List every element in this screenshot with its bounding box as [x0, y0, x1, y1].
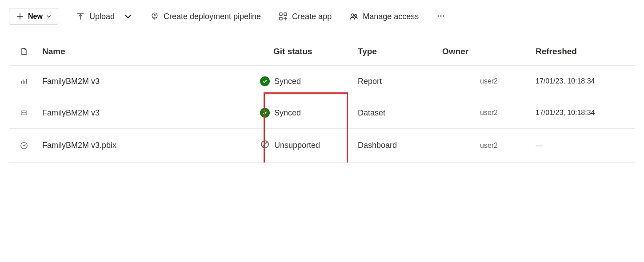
column-header-git-status[interactable]: Git status [260, 47, 344, 56]
create-pipeline-button[interactable]: Create deployment pipeline [150, 12, 261, 21]
svg-rect-5 [280, 13, 282, 16]
row-refreshed: 17/01/23, 10:18:34 [536, 109, 629, 117]
row-type-icon [9, 77, 42, 85]
row-owner: user2 [442, 142, 536, 150]
plus-icon [16, 12, 24, 21]
create-app-button[interactable]: Create app [279, 12, 332, 21]
row-git-status: Synced [260, 108, 344, 118]
table-row[interactable]: FamilyBM2M v3 Synced Report user2 17/01/… [9, 66, 635, 97]
blocked-icon [260, 139, 270, 151]
table-header: Name Git status Type Owner Refreshed [9, 33, 635, 66]
column-header-type[interactable]: Type [344, 47, 442, 56]
row-name: FamilyBM2M v3.pbix [42, 141, 260, 150]
more-options-button[interactable] [436, 12, 445, 22]
report-icon [20, 77, 28, 85]
row-refreshed: 17/01/23, 10:18:34 [536, 77, 629, 85]
file-icon [20, 48, 28, 56]
table-row[interactable]: FamilyBM2M v3.pbix Unsupported Dashboard… [9, 129, 635, 163]
row-refreshed: — [536, 142, 629, 150]
chevron-down-icon [124, 12, 132, 21]
row-type: Report [344, 77, 442, 86]
row-git-status: Unsupported [260, 139, 344, 151]
row-owner: user2 [442, 77, 536, 85]
upload-icon [76, 12, 85, 21]
svg-point-4 [154, 15, 155, 16]
row-type-icon [9, 142, 42, 150]
git-status-label: Synced [274, 108, 301, 118]
row-type-icon [9, 109, 42, 117]
svg-point-12 [438, 15, 439, 16]
create-pipeline-label: Create deployment pipeline [164, 12, 261, 21]
row-type: Dashboard [344, 141, 442, 150]
content-area: Name Git status Type Owner Refreshed Fam… [0, 33, 644, 163]
app-icon [279, 12, 288, 21]
upload-label: Upload [89, 12, 115, 21]
row-owner: user2 [442, 109, 536, 117]
upload-button[interactable]: Upload [76, 12, 132, 21]
manage-access-label: Manage access [363, 12, 419, 21]
ellipsis-icon [436, 12, 445, 20]
svg-point-22 [25, 112, 25, 113]
row-type: Dataset [344, 108, 442, 118]
new-button-label: New [28, 12, 43, 20]
create-app-label: Create app [292, 12, 332, 21]
row-git-status: Synced [260, 76, 344, 86]
svg-line-26 [263, 142, 268, 147]
dashboard-icon [20, 142, 28, 150]
dataset-icon [20, 109, 28, 117]
table-row[interactable]: FamilyBM2M v3 Synced Dataset user2 17/01… [9, 97, 635, 129]
row-name: FamilyBM2M v3 [42, 108, 260, 118]
svg-rect-7 [280, 17, 282, 20]
column-header-refreshed[interactable]: Refreshed [536, 47, 629, 56]
git-status-label: Synced [274, 77, 301, 86]
svg-point-13 [440, 15, 442, 16]
column-header-owner[interactable]: Owner [442, 47, 536, 56]
svg-point-14 [443, 15, 444, 16]
git-status-label: Unsupported [274, 141, 320, 150]
row-name: FamilyBM2M v3 [42, 77, 260, 86]
svg-point-10 [351, 14, 354, 16]
people-icon [349, 12, 358, 21]
new-button[interactable]: New [9, 8, 58, 25]
column-header-icon [9, 48, 42, 56]
column-header-name[interactable]: Name [42, 47, 260, 56]
chevron-down-icon [46, 14, 52, 19]
check-circle-icon [260, 108, 270, 118]
toolbar: New Upload Create deployment pipeline [0, 0, 644, 33]
svg-point-20 [23, 112, 23, 113]
rocket-icon [150, 12, 159, 21]
svg-rect-6 [284, 13, 287, 16]
svg-point-11 [355, 15, 357, 17]
check-circle-icon [260, 76, 270, 86]
manage-access-button[interactable]: Manage access [349, 12, 419, 21]
svg-point-21 [24, 112, 24, 113]
